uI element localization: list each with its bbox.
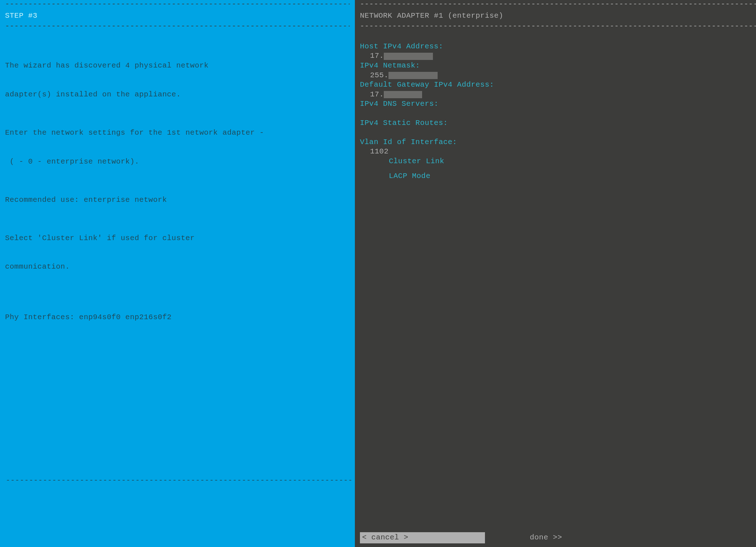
wizard-screen: ----------------------------------------…: [0, 0, 756, 547]
host-ip-field[interactable]: 17.: [360, 51, 756, 61]
static-routes-label: IPv4 Static Routes:: [360, 118, 756, 128]
netmask-field[interactable]: 255.: [360, 71, 756, 81]
gateway-prefix: 17.: [370, 90, 384, 100]
dns-field[interactable]: [360, 109, 756, 118]
instruction-line-3: Enter the network settings for the 1st n…: [5, 128, 350, 138]
netmask-group: IPv4 Netmask: 255.: [360, 61, 756, 80]
netmask-prefix: 255.: [370, 71, 388, 81]
netmask-label: IPv4 Netmask:: [360, 61, 756, 71]
step-title: STEP #3: [5, 8, 350, 23]
done-button[interactable]: done >>: [530, 533, 562, 543]
vlan-field[interactable]: 1102: [360, 147, 756, 157]
instruction-line-6: Select 'Cluster Link' if used for cluste…: [5, 234, 350, 243]
instruction-line-2: adapter(s) installed on the appliance.: [5, 90, 350, 100]
left-top-border: ----------------------------------------…: [5, 0, 350, 8]
static-routes-group: IPv4 Static Routes:: [360, 118, 756, 138]
gateway-label: Default Gateway IPv4 Address:: [360, 80, 756, 90]
host-ip-prefix: 17.: [370, 51, 384, 61]
vlan-group: Vlan Id of Interface: 1102: [360, 138, 756, 157]
right-pane: ----------------------------------------…: [355, 0, 756, 547]
instruction-line-1: The wizard has discovered 4 physical net…: [5, 61, 350, 71]
host-ip-label: Host IPv4 Address:: [360, 42, 756, 52]
right-title-underline: ----------------------------------------…: [360, 23, 756, 30]
netmask-redacted: [388, 72, 438, 79]
network-form: Host IPv4 Address: 17. IPv4 Netmask: 255…: [360, 30, 756, 181]
option-spacer: [360, 166, 756, 172]
instruction-line-5: Recommended use: enterprise network: [5, 195, 350, 205]
dns-group: IPv4 DNS Servers:: [360, 99, 756, 118]
left-pane: ----------------------------------------…: [0, 0, 355, 547]
vlan-label: Vlan Id of Interface:: [360, 138, 756, 147]
left-title-underline: ----------------------------------------…: [5, 23, 350, 30]
gateway-group: Default Gateway IPv4 Address: 17.: [360, 80, 756, 99]
host-ip-redacted: [384, 53, 433, 60]
gateway-field[interactable]: 17.: [360, 90, 756, 100]
gateway-redacted: [384, 91, 422, 98]
cluster-link-option[interactable]: Cluster Link: [360, 157, 756, 166]
footer-nav: < cancel > done >> next >>: [360, 532, 756, 543]
phy-interfaces: Phy Interfaces: enp94s0f0 enp216s0f2: [5, 313, 350, 322]
left-bottom-divider: ----------------------------------------…: [6, 476, 351, 486]
vlan-value: 1102: [370, 147, 388, 157]
instruction-line-7: communication.: [5, 262, 350, 272]
dns-label: IPv4 DNS Servers:: [360, 99, 756, 109]
instruction-line-4: ( - 0 - enterprise network).: [5, 157, 350, 167]
instruction-text: The wizard has discovered 4 physical net…: [5, 30, 350, 351]
static-routes-field[interactable]: [360, 128, 756, 138]
host-ip-group: Host IPv4 Address: 17.: [360, 42, 756, 61]
cancel-button[interactable]: < cancel >: [360, 532, 485, 543]
right-top-border: ----------------------------------------…: [360, 0, 756, 8]
adapter-title: NETWORK ADAPTER #1 (enterprise): [360, 8, 756, 23]
lacp-mode-option[interactable]: LACP Mode: [360, 172, 756, 181]
